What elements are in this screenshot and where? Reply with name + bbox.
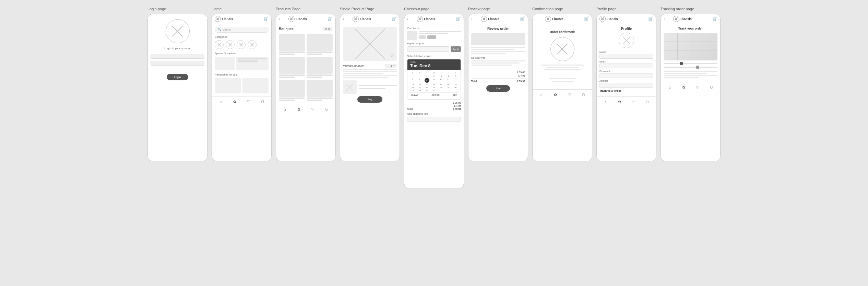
cal-cell[interactable]: 1 <box>424 75 430 78</box>
cal-cell[interactable]: 22 <box>424 86 430 89</box>
product-card-6[interactable] <box>307 80 333 101</box>
phone-icon[interactable]: ✿ <box>552 92 558 98</box>
product-card-3[interactable] <box>279 57 305 78</box>
back-arrow-icon[interactable]: ‹ <box>279 17 280 21</box>
handpicked-item-1[interactable] <box>215 78 241 93</box>
phone-icon[interactable]: ✿ <box>296 106 301 112</box>
cal-cell[interactable]: 25 <box>445 86 452 89</box>
product-card-5[interactable] <box>279 80 305 101</box>
cal-cell[interactable]: 18 <box>445 83 452 86</box>
cal-cell[interactable]: 17 <box>438 83 444 86</box>
cal-cell[interactable]: 7 <box>416 78 423 83</box>
cart-icon[interactable]: 🛒 <box>328 16 333 21</box>
login-button[interactable]: Login <box>167 74 189 80</box>
heart-icon[interactable]: ♡ <box>567 92 572 98</box>
product-card-4[interactable] <box>307 57 333 78</box>
heart-icon[interactable]: ♡ <box>310 106 316 112</box>
product-card-2[interactable] <box>307 34 333 55</box>
phone-icon[interactable]: ✿ <box>617 99 622 105</box>
back-arrow-icon[interactable]: ‹ <box>407 17 408 21</box>
pay-button[interactable]: Pay <box>486 85 510 92</box>
cart-icon[interactable]: 🛒 <box>456 16 461 21</box>
cal-cell[interactable] <box>409 75 416 78</box>
cart-icon[interactable]: 🛒 <box>648 16 653 21</box>
cal-cell[interactable]: 6 <box>409 78 416 83</box>
password-input[interactable] <box>599 73 653 78</box>
cal-cell-active[interactable]: 8 <box>425 78 429 83</box>
cal-cell[interactable]: 26 <box>452 86 459 89</box>
cal-cell[interactable]: 23 <box>431 86 438 89</box>
wishlist-heart-icon[interactable]: ♡ <box>390 54 394 58</box>
cal-cell[interactable]: 3 <box>438 75 444 78</box>
cal-cell[interactable]: 11 <box>445 78 452 83</box>
cal-cell[interactable]: 12 <box>452 78 459 83</box>
cal-cell[interactable]: 9 <box>431 78 438 83</box>
cal-cell[interactable]: 20 <box>409 86 416 89</box>
home-icon[interactable]: ⌂ <box>282 106 287 112</box>
category-icon-1[interactable] <box>215 40 224 49</box>
category-icon-3[interactable] <box>237 40 246 49</box>
username-input[interactable] <box>151 54 204 59</box>
cal-cell[interactable]: 4 <box>445 75 452 78</box>
qty-minus[interactable]: — <box>387 65 389 67</box>
coupon-input[interactable] <box>407 46 449 52</box>
user-icon[interactable]: ⚇ <box>260 99 265 104</box>
related-product-img-1[interactable] <box>343 80 357 94</box>
cal-clear-btn[interactable]: CLEAR <box>411 94 418 96</box>
shipping-info-input[interactable] <box>407 117 461 122</box>
cal-cell[interactable]: 30 <box>431 89 438 92</box>
category-icon-2[interactable] <box>226 40 235 49</box>
apply-coupon-button[interactable]: Apply <box>451 46 461 52</box>
back-arrow-icon[interactable]: ‹ <box>343 17 344 21</box>
cart-icon[interactable]: 🛒 <box>712 16 717 21</box>
home-icon[interactable]: ⌂ <box>538 92 544 98</box>
cal-action-btn[interactable]: ACTION <box>432 94 440 96</box>
cal-cell[interactable]: 27 <box>409 89 416 92</box>
cal-cell[interactable]: 13 <box>409 83 416 86</box>
heart-icon[interactable]: ♡ <box>246 99 251 104</box>
cal-cell[interactable]: 2 <box>431 75 438 78</box>
user-icon[interactable]: ⚇ <box>581 92 586 98</box>
qty-plus[interactable]: + <box>393 65 395 67</box>
cal-cell[interactable]: 5 <box>452 75 459 78</box>
cal-cell[interactable] <box>416 75 423 78</box>
email-input[interactable] <box>599 64 653 68</box>
search-bar[interactable]: 🔍 Search <box>215 27 269 33</box>
cal-cell[interactable]: 19 <box>452 83 459 86</box>
back-arrow-icon[interactable]: ‹ <box>664 17 665 21</box>
category-icon-4[interactable] <box>248 40 257 49</box>
user-icon[interactable]: ⚇ <box>645 99 650 105</box>
quantity-control[interactable]: — 1 + <box>385 64 397 68</box>
address-input[interactable] <box>599 83 653 88</box>
heart-icon[interactable]: ♡ <box>695 84 700 90</box>
cal-set-btn[interactable]: SET <box>453 94 457 96</box>
product-card-1[interactable] <box>279 34 305 55</box>
handpicked-item-2[interactable] <box>242 78 269 93</box>
cal-cell[interactable]: 15 <box>424 83 430 86</box>
cal-cell[interactable]: 24 <box>438 86 444 89</box>
buy-button[interactable]: Buy <box>357 96 383 103</box>
cart-icon[interactable]: 🛒 <box>520 16 525 21</box>
home-icon[interactable]: ⌂ <box>603 99 608 105</box>
back-arrow-icon[interactable]: ‹ <box>471 17 472 21</box>
cal-cell[interactable]: 21 <box>416 86 423 89</box>
name-input[interactable] <box>599 54 653 59</box>
back-arrow-icon[interactable]: ‹ <box>535 17 536 21</box>
cal-cell[interactable]: 10 <box>438 78 444 83</box>
user-icon[interactable]: ⚇ <box>709 84 714 90</box>
phone-icon[interactable]: ✿ <box>232 99 237 104</box>
password-input[interactable] <box>151 61 204 66</box>
phone-icon[interactable]: ✿ <box>681 84 686 90</box>
occasion-card-2[interactable] <box>236 57 269 70</box>
cart-icon[interactable]: 🛒 <box>263 16 269 21</box>
cart-icon[interactable]: 🛒 <box>584 16 589 21</box>
user-icon[interactable]: ⚇ <box>324 106 330 112</box>
cal-cell[interactable]: 16 <box>431 83 438 86</box>
home-icon[interactable]: ⌂ <box>218 99 223 104</box>
cal-cell[interactable]: 29 <box>424 89 430 92</box>
occasion-card-1[interactable] <box>215 57 235 70</box>
cart-icon[interactable]: 🛒 <box>392 16 397 21</box>
heart-icon[interactable]: ♡ <box>631 99 636 105</box>
track-order-link[interactable]: Track your order <box>599 89 653 92</box>
home-icon[interactable]: ⌂ <box>667 84 672 90</box>
